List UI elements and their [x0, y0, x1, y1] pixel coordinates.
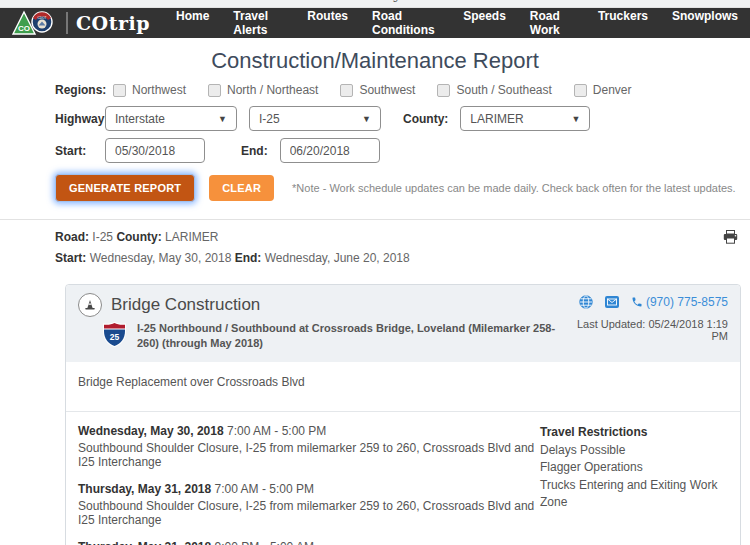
dates-row: Start: End:: [0, 138, 750, 163]
start-date-input[interactable]: [105, 138, 205, 163]
event-description: Bridge Replacement over Crossroads Blvd: [66, 362, 740, 412]
nav-menu-item[interactable]: Speeds: [463, 9, 506, 37]
last-updated: Last Updated: 05/24/2018 1:19 PM: [562, 318, 728, 342]
chevron-down-icon: ▼: [571, 114, 580, 124]
county-label: County:: [403, 112, 448, 126]
summary-county-value: LARIMER: [165, 230, 218, 244]
nav-menu-item[interactable]: Home: [176, 9, 209, 37]
svg-text:CDOT: CDOT: [37, 16, 46, 20]
section-divider: [0, 219, 750, 220]
clear-button[interactable]: CLEAR: [209, 175, 274, 201]
actions-row: GENERATE REPORT CLEAR *Note - Work sched…: [0, 174, 750, 202]
travel-restriction-item: Trucks Entering and Exiting Work Zone: [540, 477, 728, 512]
region-option: North / Northeast: [208, 83, 318, 97]
bookmark-item[interactable]: Google Team Driv: [361, 0, 454, 2]
region-option: Denver: [574, 83, 632, 97]
summary-road-line: Road: I-25 County: LARIMER: [55, 230, 750, 244]
region-option: South / Southeast: [437, 83, 551, 97]
event-card-header: Bridge Construction 25 I-25 Northbound /…: [66, 285, 740, 362]
end-date-input[interactable]: [280, 138, 380, 163]
travel-restrictions: Travel Restrictions Delays Possible Flag…: [540, 424, 728, 545]
county-select[interactable]: LARIMER ▼: [460, 106, 590, 131]
chevron-down-icon: ▼: [362, 114, 371, 124]
region-option-label: Denver: [593, 83, 632, 97]
brand-wordmark: COtrip: [66, 12, 150, 34]
nav-menu-item[interactable]: Travel Alerts: [233, 9, 283, 37]
event-card: Bridge Construction 25 I-25 Northbound /…: [65, 284, 741, 545]
travel-restrictions-title: Travel Restrictions: [540, 425, 728, 439]
highway-row: Highway: Interstate ▼ I-25 ▼ County: LAR…: [0, 106, 750, 131]
bookmark-item[interactable]: Local areas: [555, 0, 620, 2]
nav-menu-item[interactable]: Road Work: [530, 9, 574, 37]
nav-menu: Home Travel Alerts Routes Road Condition…: [176, 9, 738, 37]
bookmark-item[interactable]: Modern: [640, 0, 687, 2]
page-title: Construction/Maintenance Report: [0, 48, 750, 74]
chevron-down-icon: ▼: [218, 114, 227, 124]
travel-restriction-item: Flagger Operations: [540, 459, 728, 476]
nav-menu-item[interactable]: Road Conditions: [372, 9, 439, 37]
regions-checkbox-group: Northwest North / Northeast Southwest So…: [113, 83, 632, 97]
summary-road-value: I-25: [92, 230, 113, 244]
schedule-entry: Thursday, May 31, 2018 9:00 PM - 5:00 AM…: [78, 540, 540, 545]
region-checkbox[interactable]: [437, 84, 450, 97]
bookmark-item[interactable]: Office 365: [282, 0, 340, 2]
highway-label: Highway:: [55, 112, 105, 126]
event-location: I-25 Northbound / Southbound at Crossroa…: [137, 321, 562, 352]
schedule-description: Southbound Shoulder Closure, I-25 from m…: [78, 499, 540, 527]
browser-bookmarks-bar: To Web To Web Courses General Office 365: [0, 0, 750, 8]
page-content: Construction/Maintenance Report Regions:…: [0, 48, 750, 545]
summary-dates-line: Start: Wednesday, May 30, 2018 End: Wedn…: [55, 251, 750, 265]
top-navigation: CO CDOT COtrip Home Travel Alerts Routes…: [0, 8, 750, 38]
construction-cone-icon: [78, 293, 102, 317]
travel-restriction-item: Delays Possible: [540, 442, 728, 459]
regions-label: Regions:: [55, 83, 105, 97]
nav-menu-item[interactable]: Routes: [307, 9, 348, 37]
generate-report-button[interactable]: GENERATE REPORT: [55, 174, 195, 202]
event-type-title: Bridge Construction: [111, 295, 260, 315]
highway-type-select[interactable]: Interstate ▼: [105, 106, 237, 131]
summary-end-value: Wednesday, June 20, 2018: [265, 251, 410, 265]
schedule-date: Thursday, May 31, 2018: [78, 540, 211, 545]
bookmark-item[interactable]: To Web: [77, 0, 124, 2]
cdot-logo-icon: CO CDOT: [12, 10, 56, 36]
cotrip-brand[interactable]: CO CDOT COtrip: [12, 10, 150, 36]
bookmark-item[interactable]: Cost Alerts: [474, 0, 535, 2]
website-globe-icon[interactable]: [579, 295, 593, 309]
schedule-time: 7:00 AM - 5:00 PM: [215, 482, 314, 496]
email-icon[interactable]: [605, 296, 619, 308]
region-option: Northwest: [113, 83, 186, 97]
schedule-entry: Thursday, May 31, 2018 7:00 AM - 5:00 PM…: [78, 482, 540, 527]
schedule-description: Southbound Shoulder Closure, I-25 from m…: [78, 441, 540, 469]
nav-menu-item[interactable]: Snowplows: [672, 9, 738, 37]
region-option-label: Southwest: [359, 83, 415, 97]
report-summary: Road: I-25 County: LARIMER Start: Wednes…: [0, 230, 750, 265]
phone-link[interactable]: (970) 775-8575: [631, 295, 728, 309]
region-checkbox[interactable]: [113, 84, 126, 97]
schedule-note: *Note - Work schedule updates can be mad…: [292, 182, 736, 194]
schedule-time: 7:00 AM - 5:00 PM: [227, 424, 326, 438]
svg-text:CO: CO: [18, 24, 30, 33]
bookmark-item[interactable]: Courses: [143, 0, 193, 2]
regions-row: Regions: Northwest North / Northeast Sou…: [0, 83, 750, 97]
schedule-date: Thursday, May 31, 2018: [78, 482, 211, 496]
region-option-label: South / Southeast: [456, 83, 551, 97]
interstate-25-shield-icon: 25: [102, 321, 127, 352]
bookmark-item[interactable]: General: [214, 0, 263, 2]
highway-route-select[interactable]: I-25 ▼: [249, 106, 381, 131]
region-option: Southwest: [340, 83, 415, 97]
phone-number: (970) 775-8575: [646, 295, 728, 309]
bookmark-item[interactable]: To Web: [10, 0, 57, 2]
schedule-entry: Wednesday, May 30, 2018 7:00 AM - 5:00 P…: [78, 424, 540, 469]
phone-icon: [631, 296, 643, 308]
end-date-label: End:: [241, 144, 268, 158]
schedule-time: 9:00 PM - 5:00 AM: [215, 540, 314, 545]
schedule-list: Wednesday, May 30, 2018 7:00 AM - 5:00 P…: [78, 424, 540, 545]
nav-menu-item[interactable]: Truckers: [598, 9, 648, 37]
print-icon[interactable]: [723, 230, 738, 248]
region-checkbox[interactable]: [208, 84, 221, 97]
summary-start-value: Wednesday, May 30, 2018: [90, 251, 232, 265]
region-option-label: Northwest: [132, 83, 186, 97]
bookmark-item[interactable]: Solutions: [707, 0, 750, 2]
region-checkbox[interactable]: [574, 84, 587, 97]
region-checkbox[interactable]: [340, 84, 353, 97]
